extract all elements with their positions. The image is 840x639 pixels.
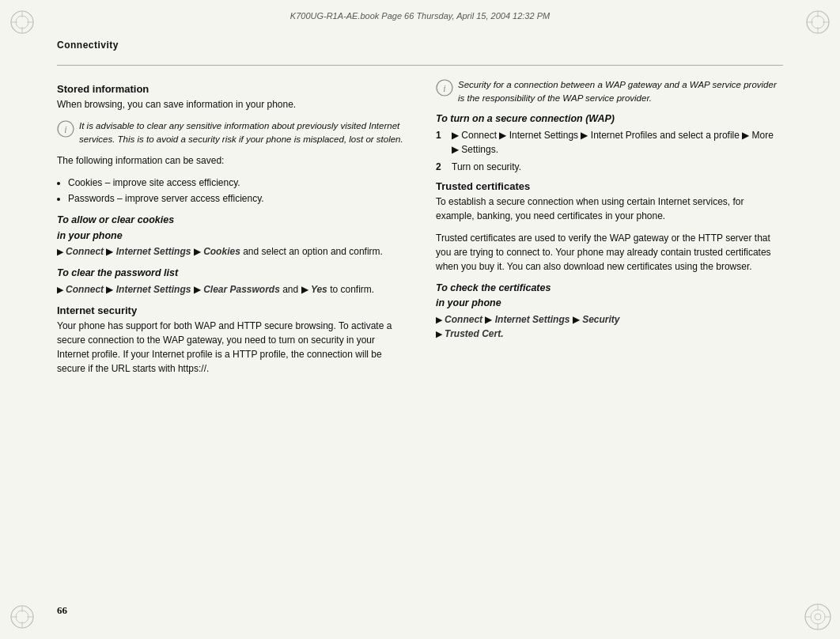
svg-text:i: i [64,124,66,135]
arrow3: ▶ [194,246,203,257]
wap-step-2: 2 Turn on security. [436,160,783,174]
svg-point-19 [811,610,825,624]
menu-cookies: Cookies [203,246,240,257]
step-num-2: 2 [436,160,447,174]
menu-connect3: Connect [445,314,482,325]
allow-cookies-heading2: in your phone [57,229,404,244]
menu-clear-passwords: Clear Passwords [203,284,280,295]
main-content: Connectivity Stored information When bro… [57,40,783,599]
stored-info-bullets: Cookies – improve site access efficiency… [68,176,404,206]
turn-on-wap-heading: To turn on a secure connection (WAP) [436,112,783,127]
arrow-icon: ▶ [57,247,66,256]
page-number: 66 [57,604,67,617]
svg-text:i: i [443,83,445,94]
menu-internet-settings2: Internet Settings [116,284,191,295]
to-confirm: to confirm. [330,284,374,295]
trusted-certs-para1: To establish a secure connection when us… [436,195,783,223]
menu-connect2: Connect [66,284,104,295]
arrow3: ▶ [194,284,203,295]
menu-internet-settings: Internet Settings [116,246,191,257]
step-text-1: ▶ Connect ▶ Internet Settings ▶ Internet… [452,128,783,157]
trusted-certs-heading: Trusted certificates [436,180,783,192]
internet-security-heading: Internet security [57,304,404,316]
arrow-icon: ▶ [436,315,445,324]
step-num-1: 1 [436,128,447,157]
corner-decoration-br [804,603,832,631]
clear-password-instruction: ▶ Connect ▶ Internet Settings ▶ Clear Pa… [57,282,404,297]
allow-cookies-instruction: ▶ Connect ▶ Internet Settings ▶ Cookies … [57,244,404,259]
stored-info-para: When browsing, you can save information … [57,97,404,112]
step-text-2: Turn on security. [452,160,521,174]
internet-security-para: Your phone has support for both WAP and … [57,319,404,376]
svg-point-20 [815,614,821,620]
trusted-certs-para2: Trusted certificates are used to verify … [436,231,783,274]
left-column: Stored information When browsing, you ca… [57,78,404,599]
arrow2: ▶ [106,246,115,257]
right-note-block: i Security for a connection between a WA… [436,78,783,104]
arrow-icon: ▶ [57,285,66,294]
columns: Stored information When browsing, you ca… [57,78,783,599]
right-column: i Security for a connection between a WA… [436,78,783,599]
allow-cookies-heading: To allow or clear cookies [57,214,404,228]
page: K700UG-R1A-AE.book Page 66 Thursday, Apr… [0,0,840,639]
corner-decoration-bl [8,603,36,631]
wap-steps: 1 ▶ Connect ▶ Internet Settings ▶ Intern… [436,128,783,174]
right-note-text: Security for a connection between a WAP … [458,78,783,104]
menu-connect: Connect [66,246,104,257]
check-certs-heading: To check the certificates [436,282,783,296]
menu-security: Security [582,314,619,325]
stored-info-note-text: It is advisable to clear any sensitive i… [79,119,404,146]
svg-point-1 [16,16,28,28]
stored-info-note-block: i It is advisable to clear any sensitive… [57,119,404,146]
menu-internet-settings3: Internet Settings [495,314,570,325]
menu-yes: Yes [311,284,327,295]
corner-decoration-tl [8,8,36,36]
following-text: The following information can be saved: [57,153,404,168]
note-icon: i [57,120,74,138]
corner-decoration-tr [804,8,832,36]
arrow2: ▶ [106,284,115,295]
and-yes: and ▶ [282,284,311,295]
clear-password-heading: To clear the password list [57,267,404,281]
bullet-item: Passwords – improve server access effici… [68,191,404,206]
divider [57,65,783,66]
wap-step-1: 1 ▶ Connect ▶ Internet Settings ▶ Intern… [436,128,783,157]
section-title: Connectivity [57,40,783,51]
check-certs-instruction: ▶ Connect ▶ Internet Settings ▶ Security… [436,312,783,341]
svg-point-7 [812,16,824,28]
menu-trusted-cert: Trusted Cert. [445,328,503,339]
top-bar: K700UG-R1A-AE.book Page 66 Thursday, Apr… [47,11,793,21]
stored-info-heading: Stored information [57,83,404,95]
check-certs-heading2: in your phone [436,297,783,311]
note-icon-right: i [436,79,453,96]
bullet-item: Cookies – improve site access efficiency… [68,176,404,190]
svg-point-13 [16,611,28,623]
and-select: and select an option and confirm. [243,246,383,257]
